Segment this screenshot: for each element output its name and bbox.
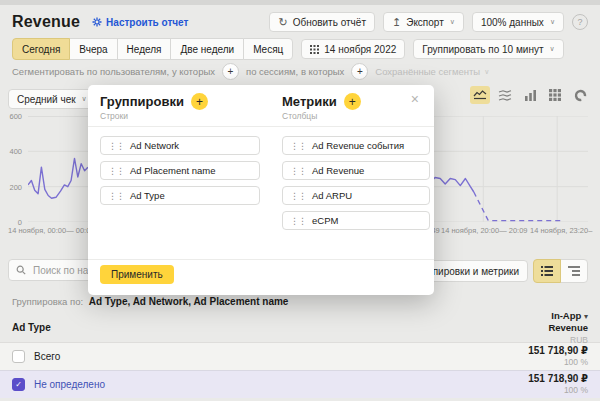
saved-segments-dropdown[interactable]: Сохранённые сегменты ∨ [375,66,489,77]
chevron-down-icon: ∨ [82,95,87,103]
add-grouping-button[interactable]: + [191,93,208,110]
grouping-item[interactable]: ⋮⋮ Ad Type [100,186,260,205]
list-mode-toggle [534,259,588,283]
gear-icon [92,17,102,27]
dialog-footer: Применить [88,259,434,295]
y-axis-tick: 400 [0,147,22,156]
drag-handle-icon[interactable]: ⋮⋮ [290,166,306,176]
calendar-icon [310,45,319,54]
table-row[interactable]: ✓ Не определено 151 718,90 ₽ 100 % [0,370,600,398]
window-top-strip [0,0,600,5]
row-value: 151 718,90 ₽ 100 % [528,345,588,367]
row-label: Всего [34,351,60,362]
export-icon: ↥ [392,16,401,29]
grouping-item[interactable]: ⋮⋮ Ad Placement name [100,161,260,180]
page-title: Revenue [12,13,80,31]
metric-item[interactable]: ⋮⋮ Ad Revenue события [282,136,430,155]
grouping-summary: Группировка по: Ad Type, Ad Network, Ad … [12,296,288,307]
tab-week[interactable]: Неделя [117,38,172,60]
add-metric-button[interactable]: + [344,93,361,110]
report-table: Ad Type In-App ▾ Revenue RUB Всего 151 7… [0,307,600,401]
period-toolbar: Сегодня Вчера Неделя Две недели Месяц 14… [12,38,564,60]
x-axis-tick: 14 ноября, 00:00— 00:09 [8,226,95,235]
drag-handle-icon[interactable]: ⋮⋮ [108,166,124,176]
segment-by-users-label: Сегментировать по пользователям, у котор… [12,66,215,77]
metric-selector-dropdown[interactable]: Средний чек ∨ [8,89,96,109]
tab-two-weeks[interactable]: Две недели [170,38,244,60]
metric-column-header[interactable]: In-App ▾ Revenue RUB [548,310,588,342]
grouping-item[interactable]: ⋮⋮ Ad Network [100,136,260,155]
drag-handle-icon[interactable]: ⋮⋮ [108,141,124,151]
row-label-link[interactable]: Не определено [34,379,105,390]
table-header: Ad Type In-App ▾ Revenue RUB [0,307,600,342]
table-view-icon[interactable] [545,86,565,104]
report-header: Revenue Настроить отчет ↻ Обновить отчёт… [12,12,588,32]
grouping-summary-value: Ad Type, Ad Network, Ad Placement name [89,296,289,307]
groupings-title: Группировки [100,94,184,109]
metrics-title: Метрики [282,94,337,109]
pie-chart-icon[interactable] [570,86,590,104]
drag-handle-icon[interactable]: ⋮⋮ [290,216,306,226]
sort-desc-icon: ▾ [584,312,588,321]
drag-handle-icon[interactable]: ⋮⋮ [108,191,124,201]
add-user-segment-button[interactable]: + [222,63,239,80]
y-axis-tick: 200 [0,183,22,192]
currency-label: RUB [548,335,588,346]
analytics-app-screen: Revenue Настроить отчет ↻ Обновить отчёт… [0,0,600,401]
close-icon[interactable]: × [405,91,425,107]
line-chart-icon[interactable] [470,86,490,104]
refresh-report-button[interactable]: ↻ Обновить отчёт [269,12,375,32]
segment-by-sessions-label: по сессиям, в которых [246,66,344,77]
chevron-down-icon: ∨ [450,18,455,26]
groupings-metrics-dialog: × Группировки + Строки Метрики + Столбцы [88,85,434,295]
tab-yesterday[interactable]: Вчера [69,38,117,60]
chevron-down-icon: ∨ [484,68,489,76]
metric-item[interactable]: ⋮⋮ eCPM [282,211,430,230]
chevron-down-icon: ∨ [549,45,554,53]
period-tabs: Сегодня Вчера Неделя Две недели Месяц [12,38,293,60]
segmentation-bar: Сегментировать по пользователям, у котор… [12,63,489,80]
drag-handle-icon[interactable]: ⋮⋮ [290,191,306,201]
group-by-interval-button[interactable]: Группировать по 10 минут ∨ [413,39,563,59]
apply-button[interactable]: Применить [100,265,174,284]
grouping-summary-label: Группировка по: [12,296,83,307]
chevron-down-icon: ∨ [550,18,555,26]
groupings-subtitle: Строки [100,111,260,121]
date-picker-button[interactable]: 14 ноября 2022 [301,39,405,59]
chart-type-switcher [470,86,590,104]
x-axis-tick: 14 ноября, 23:20– [530,226,592,235]
tree-list-view-button[interactable] [560,259,588,283]
table-row[interactable]: Всего 151 718,90 ₽ 100 % [0,342,600,370]
search-icon [16,265,26,275]
metrics-subtitle: Столбцы [282,111,422,121]
dialog-header: Группировки + Строки Метрики + Столбцы [88,85,434,127]
metric-item[interactable]: ⋮⋮ Ad ARPU [282,186,430,205]
row-checkbox[interactable] [12,350,25,363]
data-sampling-button[interactable]: 100% данных ∨ [472,12,564,32]
drag-handle-icon[interactable]: ⋮⋮ [290,141,306,151]
export-button[interactable]: ↥ Экспорт ∨ [383,12,464,32]
dimension-column-header[interactable]: Ad Type [12,322,51,342]
x-axis-tick: 14 ноября, 20:00— 20:09 [441,226,528,235]
tab-month[interactable]: Месяц [243,38,293,60]
header-actions: ↻ Обновить отчёт ↥ Экспорт ∨ 100% данных… [269,12,588,32]
configure-report-label: Настроить отчет [106,17,188,28]
dialog-body: ⋮⋮ Ad Network ⋮⋮ Ad Placement name ⋮⋮ Ad… [88,127,434,245]
y-axis-tick: 600 [0,112,22,121]
row-checkbox-checked[interactable]: ✓ [12,378,25,391]
metric-item[interactable]: ⋮⋮ Ad Revenue [282,161,430,180]
add-session-segment-button[interactable]: + [351,63,368,80]
stacked-area-chart-icon[interactable] [495,86,515,104]
bar-chart-icon[interactable] [520,86,540,104]
flat-list-view-button[interactable] [533,259,561,283]
row-value: 151 718,90 ₽ 100 % [528,373,588,395]
configure-report-link[interactable]: Настроить отчет [92,17,188,28]
refresh-icon: ↻ [278,16,287,29]
help-icon[interactable]: ? [572,14,588,30]
tab-today[interactable]: Сегодня [12,38,70,60]
